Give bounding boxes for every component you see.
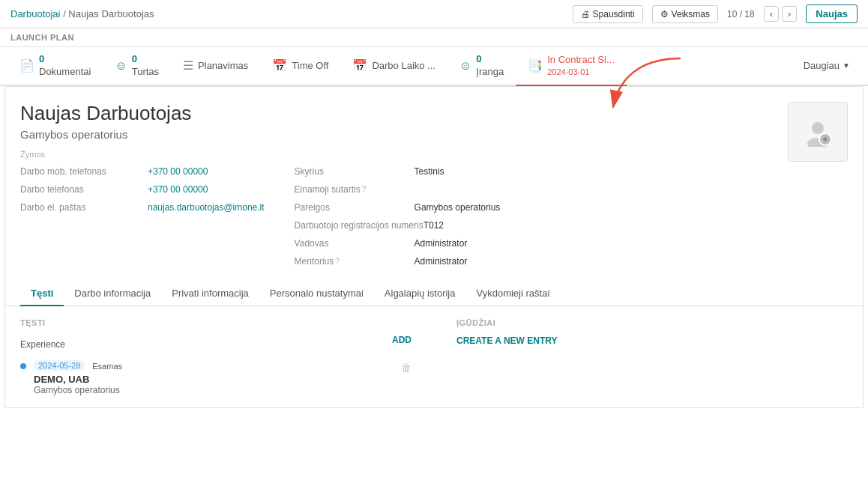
planavimas-icon: ☰ (183, 58, 193, 73)
employee-name: Naujas Darbuotojas (20, 102, 788, 125)
testi-section-title: TĘSTI (20, 318, 46, 327)
dokumentai-label: Dokumentai (39, 66, 91, 79)
work-phone-value[interactable]: +370 00 00000 (148, 184, 208, 195)
question-icon-2: ? (335, 257, 340, 265)
iranga-label: Įranga (476, 66, 504, 79)
add-experience-button[interactable]: ADD (392, 335, 412, 345)
question-icon: ? (362, 185, 367, 193)
tab-dokumentai[interactable]: 📄 0 Dokumentai (7, 47, 103, 86)
pareigos-label: Pareigos (295, 202, 415, 213)
field-email: Darbo el. paštas naujas.darbuotojas@imon… (20, 202, 265, 213)
timeoff-label: Time Off (292, 60, 328, 71)
pareigos-value: Gamybos operatorius (415, 202, 501, 213)
nav-counter: 10 / 18 (727, 9, 755, 19)
igudžiai-section-title: ĮGŪDŽIAI (456, 318, 848, 327)
email-value[interactable]: naujas.darbuotojas@imone.lt (148, 202, 265, 213)
turtas-count: 0 (132, 53, 159, 66)
testi-section: TĘSTI Experience ADD 2024-05-28 Esamas (20, 318, 412, 395)
breadcrumb-link[interactable]: Darbuotojai (10, 8, 61, 19)
tab-darbolaiko[interactable]: 📅 Darbo Laiko ... (340, 47, 447, 86)
avatar[interactable] (788, 102, 848, 162)
launch-bar-label: LAUNCH PLAN (10, 33, 74, 42)
tab-planavimas[interactable]: ☰ Planavimas (171, 47, 260, 86)
work-phone-label: Darbo telefonas (20, 184, 148, 195)
darbolaiko-label: Darbo Laiko ... (372, 60, 435, 71)
vadovas-label: Vadovas (295, 238, 415, 249)
delete-experience-button[interactable]: 🗑 (401, 360, 412, 374)
tab-personalo[interactable]: Personalo nustatymai (259, 282, 374, 306)
igudžiai-section: ĮGŪDŽIAI CREATE A NEW ENTRY (456, 318, 848, 395)
topbar: Darbuotojai / Naujas Darbuotojas 🖨 Spaus… (0, 0, 868, 28)
printer-icon: 🖨 (581, 9, 590, 19)
fields-right: Skyrius Testinis Einamoji sutartis ? Par… (295, 166, 504, 267)
new-button[interactable]: Naujas (806, 4, 858, 23)
tab-testi[interactable]: Tęsti (20, 282, 64, 306)
contract-icon: 📑 (528, 58, 543, 73)
iranga-icon: ☺ (459, 59, 471, 73)
timeoff-icon: 📅 (272, 58, 287, 73)
launch-bar: LAUNCH PLAN (0, 28, 868, 47)
create-new-entry-button[interactable]: CREATE A NEW ENTRY (456, 335, 557, 346)
chevron-down-icon: ▼ (843, 61, 850, 70)
tab-section: TĘSTI Experience ADD 2024-05-28 Esamas (20, 318, 848, 395)
nav-prev-button[interactable]: ‹ (764, 6, 779, 22)
experience-subtitle: Experience (20, 339, 65, 350)
turtas-label: Turtas (132, 66, 159, 79)
nav-arrows: ‹ › (764, 6, 798, 22)
exp-date: 2024-05-28 (34, 360, 85, 371)
inner-tabs: Tęsti Darbo informacija Privati informac… (5, 282, 863, 306)
tab-content: TĘSTI Experience ADD 2024-05-28 Esamas (5, 306, 863, 407)
field-reg-numeris: Darbuotojo registracijos numeris T012 (295, 220, 504, 231)
field-work-phone: Darbo telefonas +370 00 00000 (20, 184, 265, 195)
darbolaiko-icon: 📅 (352, 58, 367, 73)
breadcrumb-area: Darbuotojai / Naujas Darbuotojas (10, 8, 154, 19)
employee-header: Naujas Darbuotojas Gamybos operatorius Ž… (5, 87, 863, 267)
tab-algalapiu[interactable]: Algalapių istorija (374, 282, 466, 306)
nav-next-button[interactable]: › (782, 6, 797, 22)
field-pareigos: Pareigos Gamybos operatorius (295, 202, 504, 213)
contract-name: In Contract Si... (547, 54, 615, 67)
tab-iranga[interactable]: ☺ 0 Įranga (447, 47, 516, 86)
fields-left: Darbo mob. telefonas +370 00 00000 Darbo… (20, 166, 265, 267)
tab-turtas[interactable]: ☺ 0 Turtas (103, 47, 171, 86)
mob-phone-value[interactable]: +370 00 00000 (148, 166, 208, 177)
fields-grid: Darbo mob. telefonas +370 00 00000 Darbo… (20, 166, 788, 267)
tab-contract[interactable]: 📑 In Contract Si... 2024-03-01 (516, 47, 627, 86)
breadcrumb: Darbuotojai / Naujas Darbuotojas (10, 8, 154, 19)
field-skyrius: Skyrius Testinis (295, 166, 504, 177)
skyrius-value: Testinis (415, 166, 444, 177)
field-sutartis: Einamoji sutartis ? (295, 184, 504, 195)
field-mob-phone: Darbo mob. telefonas +370 00 00000 (20, 166, 265, 177)
tab-darbo-info[interactable]: Darbo informacija (64, 282, 161, 306)
tab-more[interactable]: Daugiau ▼ (793, 47, 861, 85)
vadovas-value: Administrator (415, 238, 468, 249)
tab-privati[interactable]: Privati informacija (161, 282, 259, 306)
field-mentorius: Mentorius ? Administrator (295, 256, 504, 267)
main-content-wrapper: Naujas Darbuotojas Gamybos operatorius Ž… (4, 86, 864, 408)
reg-numeris-label: Darbuotojo registracijos numeris (295, 220, 424, 231)
mentorius-value: Administrator (415, 256, 468, 267)
dokumentai-count: 0 (39, 53, 91, 66)
employee-info: Naujas Darbuotojas Gamybos operatorius Ž… (20, 102, 788, 267)
experience-dot (20, 363, 26, 369)
email-label: Darbo el. paštas (20, 202, 148, 213)
gear-icon: ⚙ (660, 9, 669, 19)
mentorius-label: Mentorius ? (295, 256, 415, 267)
reg-numeris-value: T012 (424, 220, 444, 231)
planavimas-label: Planavimas (198, 60, 248, 71)
mob-phone-label: Darbo mob. telefonas (20, 166, 148, 177)
skyrius-label: Skyrius (295, 166, 415, 177)
turtas-icon: ☺ (115, 59, 127, 73)
experience-entry: 2024-05-28 Esamas DEMO, UAB Gamybos oper… (34, 360, 394, 395)
action-button[interactable]: ⚙ Veiksmas (652, 5, 718, 23)
print-button[interactable]: 🖨 Spausdinti (573, 5, 643, 23)
tab-vykdomieji[interactable]: Vykdomieji raštai (466, 282, 561, 306)
employee-role: Gamybos operatorius (20, 128, 788, 141)
exp-company: DEMO, UAB (34, 374, 394, 385)
tab-timeoff[interactable]: 📅 Time Off (260, 47, 340, 86)
more-label: Daugiau (804, 60, 840, 71)
svg-point-1 (812, 122, 824, 134)
exp-position: Gamybos operatorius (34, 385, 394, 395)
field-vadovas: Vadovas Administrator (295, 238, 504, 249)
stat-tabs: 📄 0 Dokumentai ☺ 0 Turtas ☰ Planavimas 📅 (0, 47, 868, 86)
